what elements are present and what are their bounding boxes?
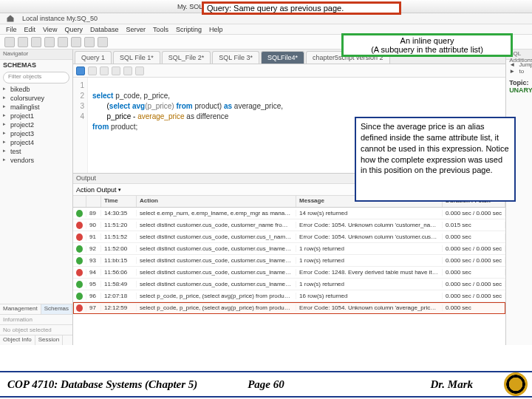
schemas-section: SCHEMAS [0,60,72,70]
schema-item[interactable]: test [0,147,72,156]
chevron-down-icon: ▾ [118,187,121,193]
footer-author: Dr. Mark [430,378,473,391]
jump-to-dropdown[interactable]: ◄ ►Jump to [506,60,532,76]
tab-management[interactable]: Management [0,304,41,314]
schema-item[interactable]: mailinglist [0,103,72,112]
execute-icon[interactable] [100,66,109,75]
footer-course: COP 4710: Database Systems (Chapter 5) [0,378,197,391]
output-row[interactable]: 9311:bb:15select distinct customer.cus_c… [73,255,505,267]
tab-schemas[interactable]: Schemas [41,304,72,314]
connection-tab-bar: Local instance My.SQ_50 [0,13,532,24]
menu-query[interactable]: Query [64,26,83,33]
tab-sqlfile4[interactable]: SQLFile4* [261,51,304,64]
tab-sqlfile1[interactable]: SQL File 1* [113,51,160,64]
error-icon [76,304,83,312]
stop-icon[interactable] [135,66,144,75]
sql-code[interactable]: select p_code, p_price, (select avg(p_pr… [88,78,287,173]
output-row[interactable]: 9211:52:00select distinct customer.cus_c… [73,243,505,255]
output-row[interactable]: 9612:07:18select p_code, p_price, (selec… [73,290,505,302]
open-file-icon[interactable] [76,66,85,75]
menu-scripting[interactable]: Scripting [176,26,202,33]
information-text: No object selected [0,324,72,335]
menu-server[interactable]: Server [126,26,146,33]
navigator-panel: Navigator SCHEMAS Filter objects bikedb … [0,50,73,345]
editor-toolbar [73,64,505,78]
menu-view[interactable]: View [43,26,57,33]
menu-database[interactable]: Database [90,26,119,33]
explain-icon[interactable] [123,66,132,75]
menu-file[interactable]: File [6,26,17,33]
topic-display: Topic: UNARY [506,76,532,97]
output-row[interactable]: 9511:58:49select distinct customer.cus_c… [73,279,505,290]
col-action: Action [137,196,296,207]
create-func-icon[interactable] [98,37,108,47]
schema-item[interactable]: colorsurvey [0,94,72,103]
col-time: Time [101,196,137,207]
error-icon [76,233,83,241]
menu-help[interactable]: Help [209,26,223,33]
error-icon [76,222,83,229]
footer-page: Page 60 [248,378,284,391]
create-table-icon[interactable] [58,37,68,47]
schema-item[interactable]: project3 [0,129,72,138]
new-sql-icon[interactable] [4,37,15,47]
connection-tab[interactable]: Local instance My.SQ_50 [22,15,98,22]
inspector-icon[interactable] [31,37,41,47]
callout-query: Query: Same query as previous page. [202,1,401,15]
success-icon [76,281,83,288]
create-proc-icon[interactable] [84,37,95,47]
information-header: Information [0,314,72,324]
callout-explanation: Since the average price is an alias defi… [355,117,516,202]
error-icon [76,269,83,276]
success-icon [76,245,83,253]
output-row[interactable]: 9011:51:20select distinct customer.cus_c… [73,219,505,231]
slide-footer: COP 4710: Database Systems (Chapter 5) P… [0,371,532,398]
save-icon[interactable] [88,66,97,75]
schema-item[interactable]: project4 [0,138,72,147]
create-view-icon[interactable] [71,37,81,47]
schema-list: bikedb colorsurvey mailinglist project1 … [0,85,72,165]
schema-item[interactable]: bikedb [0,85,72,94]
output-row[interactable]: 9712:12:59select p_code, p_price, (selec… [73,302,505,314]
success-icon [76,293,83,300]
output-grid: 8914:30:35select e.emp_num, e.emp_lname,… [73,208,505,345]
tab-query1[interactable]: Query 1 [75,51,112,64]
filter-objects-input[interactable]: Filter objects [3,72,69,83]
open-sql-icon[interactable] [18,37,28,47]
ucf-logo-icon [504,372,528,396]
callout-inline-query: An inline query(A subquery in the attrib… [341,33,513,57]
tab-object-info[interactable]: Object Info [0,335,35,345]
line-gutter: 1234 [73,78,88,173]
menu-edit[interactable]: Edit [24,26,36,33]
execute-current-icon[interactable] [112,66,120,75]
create-db-icon[interactable] [44,37,55,47]
schema-item[interactable]: project2 [0,120,72,129]
success-icon [76,257,83,265]
tab-sqlfile2[interactable]: SQL_File 2* [162,51,211,64]
schema-item[interactable]: vendors [0,156,72,165]
output-row[interactable]: 8914:30:35select e.emp_num, e.emp_lname,… [73,208,505,219]
tab-sqlfile3[interactable]: SQL File 3* [212,51,259,64]
navigator-header: Navigator [0,50,72,60]
success-icon [76,210,83,217]
menu-tools[interactable]: Tools [153,26,168,33]
tab-session[interactable]: Session [35,335,63,345]
output-row[interactable]: 9111:51:52select distinct customer.cus_c… [73,231,505,243]
home-icon[interactable] [6,14,15,23]
schema-item[interactable]: project1 [0,112,72,120]
output-row[interactable]: 9411:56:06select distinct customer.cus_c… [73,267,505,279]
